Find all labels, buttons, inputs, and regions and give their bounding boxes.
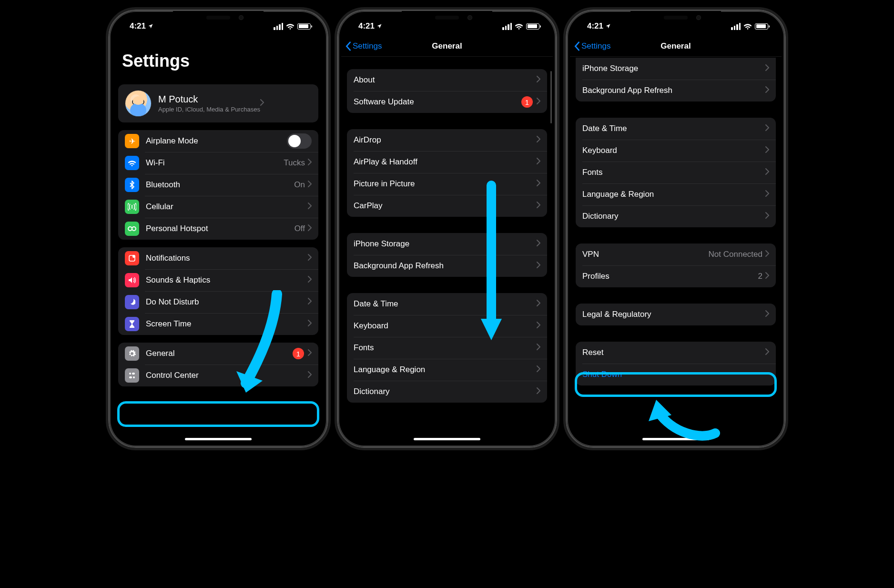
airplane-switch[interactable] [287,133,312,149]
notifications-row[interactable]: Notifications [118,247,318,269]
chevron-right-icon [308,224,312,233]
chevron-left-icon [574,41,580,51]
language-row[interactable]: Language & Region [347,359,547,381]
home-indicator[interactable] [414,438,480,440]
localization-group: Date & Time Keyboard Fonts Language & Re… [347,293,547,403]
shutdown-row[interactable]: Shut Down [576,364,776,385]
airplane-icon: ✈ [125,134,139,148]
chevron-right-icon [308,181,312,189]
chevron-right-icon [537,136,540,144]
background-refresh-row[interactable]: Background App Refresh [576,80,776,101]
chevron-left-icon [345,41,351,51]
avatar [125,90,152,117]
reset-group: Reset Shut Down [576,342,776,385]
chevron-right-icon [537,76,540,84]
page-title: Settings [112,36,324,77]
chevron-right-icon [537,240,540,248]
badge-count: 1 [521,96,533,108]
carplay-row[interactable]: CarPlay [347,195,547,217]
phone-screenshot-2: 4:21 Settings General About Software Upd… [337,10,557,448]
chevron-right-icon [308,298,312,306]
back-button[interactable]: Settings [574,41,610,51]
moon-icon [125,295,139,309]
wifi-row[interactable]: Wi-Fi Tucks [118,152,318,174]
chevron-right-icon [308,159,312,167]
cell-signal-icon [502,23,512,30]
status-time: 4:21 [587,21,603,31]
dictionary-row[interactable]: Dictionary [576,205,776,227]
location-icon [376,23,382,29]
status-time: 4:21 [358,21,375,31]
battery-icon [526,23,539,30]
bluetooth-row[interactable]: Bluetooth On [118,174,318,196]
nav-title: General [432,41,462,51]
cellular-row[interactable]: Cellular [118,196,318,218]
legal-row[interactable]: Legal & Regulatory [576,304,776,325]
bluetooth-icon [125,178,139,192]
background-refresh-row[interactable]: Background App Refresh [347,255,547,277]
keyboard-row[interactable]: Keyboard [576,140,776,162]
chevron-right-icon [537,322,540,330]
chevron-right-icon [765,168,769,177]
chevron-right-icon [765,64,769,73]
storage-row[interactable]: iPhone Storage [347,233,547,255]
storage-group: iPhone Storage Background App Refresh [347,233,547,277]
svg-rect-7 [129,376,132,378]
fonts-row[interactable]: Fonts [576,162,776,183]
chevron-right-icon [537,180,540,188]
date-time-row[interactable]: Date & Time [576,118,776,140]
phone-notch [402,11,492,24]
scroll-indicator [550,71,552,123]
control-center-row[interactable]: Control Center [118,365,318,386]
reset-row[interactable]: Reset [576,342,776,364]
storage-row[interactable]: iPhone Storage [576,58,776,80]
back-button[interactable]: Settings [345,41,382,51]
location-icon [605,23,611,29]
chevron-right-icon [537,262,540,270]
pip-row[interactable]: Picture in Picture [347,173,547,195]
dictionary-row[interactable]: Dictionary [347,381,547,403]
chevron-right-icon [308,276,312,284]
notifications-icon [125,251,139,265]
general-row[interactable]: General 1 [118,343,318,365]
wifi-icon [286,23,295,30]
software-update-row[interactable]: Software Update1 [347,91,547,113]
tutorial-arrow-icon [644,395,720,443]
profile-name: M Potuck [158,94,260,105]
vpn-row[interactable]: VPNNot Connected [576,243,776,265]
profile-group: M Potuck Apple ID, iCloud, Media & Purch… [118,84,318,122]
chevron-right-icon [537,98,540,106]
apple-id-row[interactable]: M Potuck Apple ID, iCloud, Media & Purch… [118,84,318,122]
chevron-right-icon [765,348,769,357]
date-time-row[interactable]: Date & Time [347,293,547,315]
home-indicator[interactable] [642,438,709,440]
control-center-icon [125,368,139,383]
home-indicator[interactable] [185,438,252,440]
tutorial-highlight [117,401,319,427]
language-row[interactable]: Language & Region [576,183,776,205]
airplay-row[interactable]: AirPlay & Handoff [347,151,547,173]
airplane-mode-row[interactable]: ✈ Airplane Mode [118,130,318,152]
airdrop-row[interactable]: AirDrop [347,129,547,151]
chevron-right-icon [537,158,540,166]
chevron-right-icon [308,254,312,263]
badge-count: 1 [293,348,304,359]
wifi-icon [743,23,752,30]
nav-title: General [660,41,691,51]
dnd-row[interactable]: Do Not Disturb [118,291,318,313]
chevron-right-icon [537,387,540,396]
hotspot-row[interactable]: Personal Hotspot Off [118,218,318,240]
svg-point-6 [133,376,135,378]
fonts-row[interactable]: Fonts [347,337,547,359]
phone-notch [173,11,264,24]
location-icon [148,23,153,29]
chevron-right-icon [765,86,769,95]
about-row[interactable]: About [347,69,547,91]
svg-point-0 [128,227,132,231]
svg-point-1 [132,227,136,231]
screentime-row[interactable]: Screen Time [118,313,318,335]
profiles-row[interactable]: Profiles2 [576,265,776,287]
sounds-row[interactable]: Sounds & Haptics [118,269,318,291]
storage-group: iPhone Storage Background App Refresh [576,58,776,101]
keyboard-row[interactable]: Keyboard [347,315,547,337]
